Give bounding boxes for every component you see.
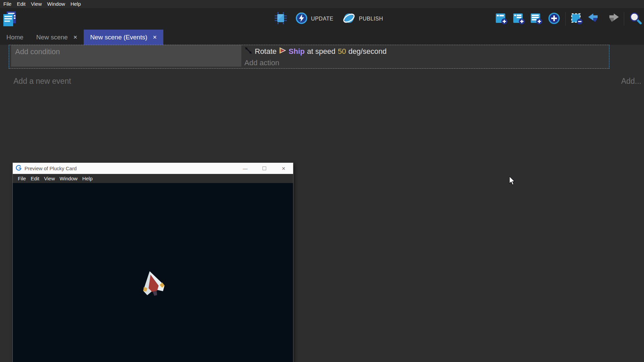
add-comment-icon bbox=[530, 12, 543, 26]
action-object: Ship bbox=[289, 47, 305, 56]
delete-selection-button[interactable] bbox=[571, 12, 583, 26]
preview-titlebar[interactable]: Preview of Plucky Card — ✕ bbox=[13, 163, 293, 174]
update-label: UPDATE bbox=[311, 16, 333, 22]
tab-close-icon[interactable]: ✕ bbox=[153, 34, 157, 40]
preview-menu-edit[interactable]: Edit bbox=[28, 176, 42, 181]
search-events-button[interactable] bbox=[629, 12, 642, 26]
main-toolbar: UPDATE PUBLISH bbox=[0, 8, 644, 30]
preview-menu-window[interactable]: Window bbox=[57, 176, 80, 181]
action-connector: at speed bbox=[307, 47, 335, 56]
app-menubar: File Edit View Window Help bbox=[0, 0, 644, 8]
tab-label: Home bbox=[6, 34, 24, 41]
add-event-icon bbox=[495, 12, 508, 26]
menu-edit[interactable]: Edit bbox=[14, 0, 28, 8]
add-circle-icon bbox=[548, 12, 560, 26]
project-manager-button[interactable] bbox=[3, 11, 17, 28]
toolbar-divider bbox=[624, 12, 624, 26]
action-value: 50 bbox=[338, 47, 346, 56]
publish-button[interactable]: PUBLISH bbox=[342, 12, 383, 26]
choose-and-add-event-button[interactable] bbox=[548, 12, 560, 26]
tab-home[interactable]: Home bbox=[0, 30, 30, 45]
preview-menubar: File Edit View Window Help bbox=[13, 174, 293, 183]
action-rotate-ship[interactable]: Rotate Ship at speed 50 deg/second bbox=[244, 45, 609, 58]
menu-file[interactable]: File bbox=[1, 0, 14, 8]
editor-tabbar: Home New scene ✕ New scene (Events) ✕ bbox=[0, 30, 644, 45]
debugger-button[interactable] bbox=[274, 12, 287, 26]
update-button[interactable]: UPDATE bbox=[295, 12, 333, 26]
add-action-placeholder[interactable]: Add action bbox=[244, 58, 609, 68]
preview-window-title: Preview of Plucky Card bbox=[25, 166, 77, 171]
selected-event[interactable]: Add condition Rotate bbox=[9, 45, 609, 69]
ship-object-icon bbox=[279, 47, 286, 56]
publish-planet-icon bbox=[342, 12, 356, 26]
undo-button[interactable] bbox=[588, 13, 601, 25]
menu-help[interactable]: Help bbox=[68, 0, 84, 8]
search-icon bbox=[629, 12, 642, 26]
update-lightning-icon bbox=[295, 12, 308, 26]
undo-arrow-icon bbox=[588, 13, 601, 25]
tab-label: New scene (Events) bbox=[90, 34, 147, 41]
conditions-column[interactable]: Add condition bbox=[11, 45, 241, 67]
add-condition-placeholder[interactable]: Add condition bbox=[15, 47, 60, 56]
redo-arrow-icon bbox=[606, 13, 619, 25]
game-canvas[interactable] bbox=[13, 183, 293, 362]
add-subevent-button[interactable] bbox=[513, 12, 525, 26]
action-verb: Rotate bbox=[255, 47, 277, 56]
actions-column[interactable]: Rotate Ship at speed 50 deg/second Add a… bbox=[241, 45, 609, 68]
add-comment-button[interactable] bbox=[530, 12, 543, 26]
tab-new-scene[interactable]: New scene ✕ bbox=[30, 30, 84, 45]
rotate-action-icon bbox=[244, 46, 252, 57]
maximize-button[interactable] bbox=[255, 166, 274, 171]
tab-label: New scene bbox=[36, 34, 68, 41]
project-manager-icon bbox=[3, 11, 17, 28]
tab-new-scene-events[interactable]: New scene (Events) ✕ bbox=[84, 30, 163, 45]
add-more-button[interactable]: Add... bbox=[621, 77, 641, 86]
minimize-button[interactable]: — bbox=[236, 166, 255, 171]
close-button[interactable]: ✕ bbox=[274, 166, 293, 171]
maximize-icon bbox=[263, 167, 266, 170]
menu-window[interactable]: Window bbox=[44, 0, 68, 8]
toolbar-divider bbox=[565, 12, 566, 26]
delete-selection-icon bbox=[571, 12, 583, 26]
add-event-button[interactable] bbox=[495, 12, 508, 26]
add-subevent-icon bbox=[513, 12, 525, 26]
gdevelop-logo-icon bbox=[16, 165, 22, 172]
preview-menu-file[interactable]: File bbox=[15, 176, 28, 181]
preview-window: Preview of Plucky Card — ✕ File Edit Vie… bbox=[12, 162, 293, 362]
events-sheet: Add condition Rotate bbox=[0, 45, 644, 362]
debugger-bug-icon bbox=[274, 12, 287, 26]
menu-view[interactable]: View bbox=[28, 0, 44, 8]
preview-menu-help[interactable]: Help bbox=[80, 176, 95, 181]
action-unit: deg/second bbox=[348, 47, 387, 56]
redo-button[interactable] bbox=[606, 13, 619, 25]
tab-close-icon[interactable]: ✕ bbox=[73, 34, 78, 40]
preview-menu-view[interactable]: View bbox=[42, 176, 57, 181]
publish-label: PUBLISH bbox=[359, 16, 383, 22]
add-new-event-button[interactable]: Add a new event bbox=[13, 77, 71, 86]
ship-sprite bbox=[135, 267, 170, 301]
